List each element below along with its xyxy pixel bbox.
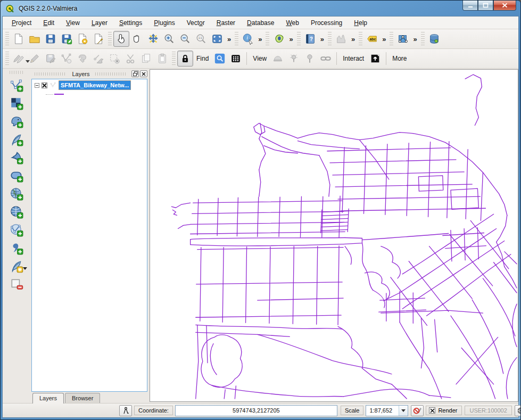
menu-item-help[interactable]: Help (348, 18, 373, 28)
topology-checker-button[interactable] (395, 31, 411, 47)
lock-tool-button[interactable] (177, 51, 193, 67)
toolbar-grip[interactable] (5, 52, 9, 65)
layer-visibility-checkbox[interactable] (42, 83, 47, 88)
add-postgis-layer-button[interactable] (7, 112, 26, 130)
new-print-composer-button[interactable] (75, 31, 90, 47)
extents-tracking-button[interactable] (119, 405, 132, 416)
panel-grip[interactable] (35, 72, 67, 76)
composer-manager-button[interactable] (90, 31, 106, 47)
crs-projection-button[interactable] (515, 405, 521, 416)
delete-selected-button[interactable] (106, 51, 122, 67)
scale-dropdown-button[interactable] (399, 406, 408, 416)
menu-item-processing[interactable]: Processing (305, 18, 348, 28)
dock-tab-browser[interactable]: Browser (65, 393, 100, 403)
add-mssql-layer-button[interactable] (7, 149, 26, 167)
menu-item-database[interactable]: Database (241, 18, 280, 28)
minimize-button[interactable] (462, 1, 478, 11)
layer-tree[interactable]: SFMTA_Bikeway_Netw... (31, 79, 147, 392)
menu-item-settings[interactable]: Settings (113, 18, 148, 28)
pin-drop-button[interactable] (302, 51, 318, 67)
menu-item-project[interactable]: Project (6, 18, 37, 28)
scale-combobox[interactable]: 1:87,652 (366, 405, 408, 416)
toolbar-grip[interactable] (359, 32, 362, 46)
title-bar[interactable]: QGIS 2.2.0-Valmiera (1, 1, 520, 16)
add-spatialite-layer-button[interactable] (7, 130, 26, 149)
toggle-editing-button[interactable] (27, 51, 43, 67)
toolbar-grip[interactable] (235, 32, 238, 46)
projector-tool-button[interactable] (270, 51, 286, 67)
save-edits-button[interactable] (43, 51, 59, 67)
toolbar-grip[interactable] (108, 32, 112, 46)
paste-features-button[interactable] (154, 51, 170, 67)
toolbar-grip[interactable] (5, 32, 9, 46)
maximize-button[interactable] (478, 1, 493, 11)
help-contents-button[interactable]: ? (302, 31, 318, 47)
toolbar-grip[interactable] (266, 32, 269, 46)
zoom-in-button[interactable] (161, 31, 177, 47)
menu-item-edit[interactable]: Edit (37, 18, 60, 28)
grid-tool-button[interactable] (228, 51, 244, 67)
find-search-button[interactable] (212, 51, 228, 67)
dock-tab-layers[interactable]: Layers (32, 393, 64, 403)
panel-grip[interactable] (95, 72, 127, 76)
cut-features-button[interactable] (122, 51, 138, 67)
toolbar-grip[interactable] (390, 32, 393, 46)
remove-layer-button[interactable] (7, 275, 26, 293)
render-checkbox[interactable]: Render (426, 406, 462, 415)
toolbar-overflow-chevron[interactable]: » (287, 35, 295, 43)
copy-features-button[interactable] (138, 51, 154, 67)
coordinate-input[interactable]: 5974743,2127205 (175, 405, 337, 416)
menu-item-web[interactable]: Web (280, 18, 304, 28)
save-project-button[interactable] (43, 31, 59, 47)
toolbar-overflow-chevron[interactable]: » (349, 35, 357, 43)
labeling-button[interactable]: abc (364, 31, 380, 47)
menu-item-view[interactable]: View (60, 18, 86, 28)
layers-panel-header[interactable]: Layers (31, 69, 147, 78)
pan-map-button[interactable] (129, 31, 145, 47)
menu-item-vector[interactable]: Vector (181, 18, 211, 28)
crs-status-label[interactable]: USER:100002 (465, 406, 511, 415)
add-raster-layer-button[interactable] (7, 94, 26, 112)
current-edits-button[interactable] (11, 51, 27, 67)
map-canvas[interactable] (150, 69, 518, 402)
layer-name[interactable]: SFMTA_Bikeway_Netw... (59, 80, 131, 90)
node-tool-button[interactable] (90, 51, 106, 67)
toolbar-grip[interactable] (421, 32, 425, 46)
identify-features-button[interactable]: i (240, 31, 256, 47)
collapse-expander[interactable] (35, 83, 39, 88)
zoom-out-button[interactable] (177, 31, 193, 47)
raster-histogram-button[interactable] (333, 31, 349, 47)
toolbar-grip[interactable] (328, 32, 332, 46)
add-wms-layer-button[interactable] (7, 185, 26, 203)
add-delimited-text-layer-button[interactable] (7, 239, 26, 257)
toolbar-overflow-chevron[interactable]: » (225, 35, 233, 43)
add-vector-layer-button[interactable] (7, 76, 26, 94)
add-feature-button[interactable] (59, 51, 75, 67)
open-project-button[interactable] (27, 31, 43, 47)
toolbar-grip[interactable] (10, 71, 23, 74)
panel-float-button[interactable] (131, 70, 139, 77)
pan-to-selection-button[interactable] (145, 31, 161, 47)
save-project-as-button[interactable] (59, 31, 75, 47)
close-button[interactable] (493, 1, 516, 11)
toolbar-grip[interactable] (172, 52, 176, 65)
stop-rendering-button[interactable] (411, 405, 424, 416)
add-wfs-layer-button[interactable] (7, 221, 26, 239)
toolbar-overflow-chevron[interactable]: » (256, 35, 264, 43)
menu-item-layer[interactable]: Layer (86, 18, 113, 28)
new-project-button[interactable] (11, 31, 27, 47)
export-interact-button[interactable] (367, 51, 383, 67)
pin-highlight-button[interactable] (286, 51, 302, 67)
zoom-native-button[interactable]: 1:1 (193, 31, 209, 47)
toolbar-overflow-chevron[interactable]: » (380, 35, 388, 43)
add-wcs-layer-button[interactable] (7, 203, 26, 221)
map-tips-button[interactable] (271, 31, 287, 47)
move-feature-button[interactable] (75, 51, 90, 67)
toolbar-overflow-chevron[interactable]: » (318, 35, 326, 43)
db-manager-button[interactable] (426, 31, 442, 47)
add-oracle-layer-button[interactable] (7, 167, 26, 185)
toolbar-grip[interactable] (297, 32, 301, 46)
layer-row[interactable]: SFMTA_Bikeway_Netw... (32, 80, 147, 90)
toolbar-overflow-chevron[interactable]: » (411, 35, 419, 43)
panel-close-button[interactable] (140, 70, 147, 77)
